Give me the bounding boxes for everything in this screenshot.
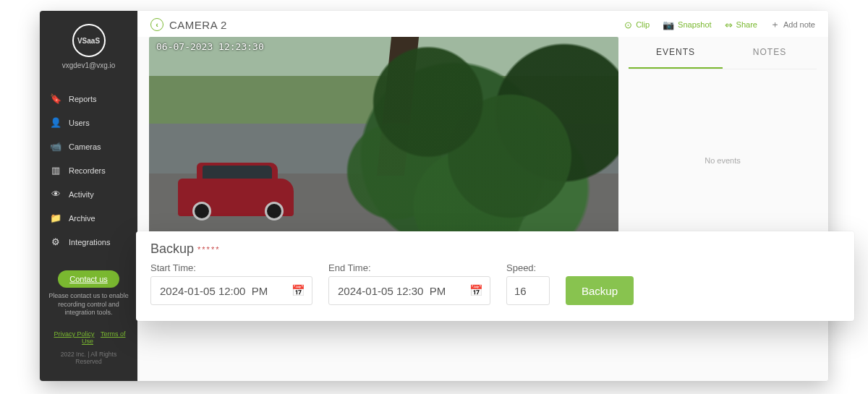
recorder-icon: ▥: [50, 165, 61, 176]
clip-action[interactable]: ⊙ Clip: [624, 20, 650, 30]
sidebar-item-recorders[interactable]: ▥ Recorders: [40, 158, 137, 182]
add-note-action[interactable]: ＋ Add note: [770, 18, 815, 31]
topbar-actions: ⊙ Clip 📷 Snapshot ⇔ Share ＋ Add note: [624, 18, 815, 31]
backup-panel-large: Backup ***** Start Time: 📅 End Time: 📅 S…: [136, 231, 854, 321]
end-time-input[interactable]: [328, 276, 490, 305]
events-empty-state: No events: [629, 69, 817, 165]
start-time-input[interactable]: [150, 276, 312, 305]
sidebar-item-label: Cameras: [69, 142, 101, 151]
sidebar-nav: 🔖 Reports 👤 Users 📹 Cameras ▥ Recorders …: [40, 87, 137, 254]
speed-label: Speed:: [506, 262, 550, 273]
bookmark-icon: 🔖: [50, 93, 61, 104]
legal-links: Privacy Policy Terms of Use: [47, 330, 130, 345]
sidebar-footer: Contact us Please contact us to enable r…: [40, 270, 137, 374]
clip-label: Clip: [636, 20, 650, 29]
sidebar-item-activity[interactable]: 👁 Activity: [40, 182, 137, 206]
sidebar-item-users[interactable]: 👤 Users: [40, 111, 137, 134]
user-icon: 👤: [50, 117, 61, 128]
tab-events[interactable]: EVENTS: [629, 37, 723, 69]
main-content: ‹ CAMERA 2 ⊙ Clip 📷 Snapshot ⇔ Share ＋: [137, 11, 828, 381]
copyright-text: 2022 Inc. | All Rights Reserved: [47, 351, 130, 365]
backup-large-title: Backup: [150, 241, 194, 256]
share-label: Share: [736, 20, 757, 29]
folder-icon: 📁: [50, 213, 61, 223]
contact-note: Please contact us to enable recording co…: [47, 292, 130, 317]
sidebar-item-label: Reports: [69, 95, 97, 103]
end-time-label: End Time:: [328, 262, 490, 273]
required-marker: *****: [197, 245, 220, 254]
share-action[interactable]: ⇔ Share: [725, 20, 757, 30]
scene-red-suv: [178, 179, 294, 216]
sidebar-item-label: Integrations: [69, 238, 110, 247]
sidebar-item-label: Recorders: [69, 166, 106, 175]
contact-us-button[interactable]: Contact us: [58, 270, 119, 288]
snapshot-label: Snapshot: [678, 20, 711, 29]
sidebar-item-archive[interactable]: 📁 Archive: [40, 206, 137, 230]
sidebar-item-label: Archive: [69, 214, 95, 223]
camera-icon: 📹: [50, 141, 61, 152]
share-icon: ⇔: [725, 20, 733, 30]
add-note-label: Add note: [783, 20, 815, 29]
right-panel: EVENTS NOTES No events: [629, 37, 817, 374]
sidebar: VSaaS vxgdev1@vxg.io 🔖 Reports 👤 Users 📹…: [40, 11, 137, 381]
gear-icon: ⚙: [50, 236, 61, 247]
eye-icon: 👁: [50, 189, 61, 200]
privacy-policy-link[interactable]: Privacy Policy: [54, 330, 94, 338]
back-button[interactable]: ‹: [150, 18, 163, 31]
plus-icon: ＋: [770, 18, 780, 31]
play-circle-icon: ⊙: [624, 20, 632, 30]
sidebar-item-label: Users: [69, 119, 90, 127]
brand-logo: VSaaS: [72, 24, 106, 57]
camera-title: CAMERA 2: [169, 19, 227, 31]
sidebar-item-reports[interactable]: 🔖 Reports: [40, 87, 137, 111]
backup-button[interactable]: Backup: [566, 276, 634, 305]
sidebar-item-label: Activity: [69, 190, 94, 199]
speed-input[interactable]: [506, 276, 550, 305]
video-player[interactable]: 06-07-2023 12:23:30 ▶: [149, 37, 618, 254]
sidebar-item-integrations[interactable]: ⚙ Integrations: [40, 230, 137, 254]
user-email: vxgdev1@vxg.io: [62, 61, 116, 69]
snapshot-action[interactable]: 📷 Snapshot: [663, 20, 711, 30]
video-timestamp: 06-07-2023 12:23:30: [156, 41, 264, 52]
start-time-label: Start Time:: [150, 262, 312, 273]
scene-foliage: [346, 37, 618, 254]
tab-notes[interactable]: NOTES: [723, 37, 817, 69]
topbar: ‹ CAMERA 2 ⊙ Clip 📷 Snapshot ⇔ Share ＋: [137, 11, 828, 37]
camera-photo-icon: 📷: [663, 20, 674, 30]
sidebar-item-cameras[interactable]: 📹 Cameras: [40, 134, 137, 158]
